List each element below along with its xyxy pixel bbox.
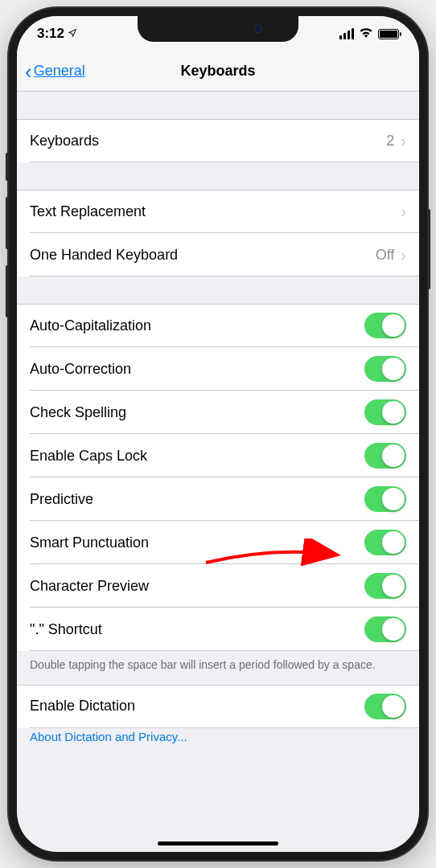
cell-label: Auto-Correction	[30, 361, 131, 378]
character-preview-toggle[interactable]	[364, 573, 406, 599]
navigation-bar: ‹ General Keyboards	[17, 51, 419, 92]
predictive-toggle[interactable]	[364, 486, 406, 512]
smart-punctuation-toggle[interactable]	[364, 530, 406, 555]
cell-label: Check Spelling	[30, 404, 126, 421]
battery-icon	[378, 29, 399, 39]
enable-dictation-row: Enable Dictation	[17, 685, 419, 728]
back-label: General	[34, 63, 85, 80]
enable-caps-lock-toggle[interactable]	[364, 443, 406, 469]
keyboards-row[interactable]: Keyboards 2 ›	[17, 119, 419, 162]
chevron-right-icon: ›	[401, 246, 406, 264]
smart-punctuation-row: Smart Punctuation	[17, 521, 419, 564]
cell-label: Text Replacement	[30, 203, 146, 220]
settings-content[interactable]: Keyboards 2 › Text Replacement › One Han…	[17, 92, 419, 852]
check-spelling-row: Check Spelling	[17, 391, 419, 434]
cellular-signal-icon	[339, 28, 354, 39]
enable-dictation-toggle[interactable]	[364, 694, 406, 719]
page-title: Keyboards	[180, 63, 255, 80]
auto-correction-toggle[interactable]	[364, 356, 406, 382]
auto-capitalization-row: Auto-Capitalization	[17, 304, 419, 347]
period-shortcut-toggle[interactable]	[364, 616, 406, 642]
shortcut-footer-text: Double tapping the space bar will insert…	[17, 651, 419, 685]
phone-frame: 3:12 ‹ General K	[9, 8, 427, 860]
auto-capitalization-toggle[interactable]	[364, 313, 406, 338]
chevron-right-icon: ›	[401, 132, 406, 150]
location-icon	[68, 28, 77, 40]
keyboards-count: 2	[386, 133, 394, 149]
status-time: 3:12	[37, 26, 64, 42]
back-button[interactable]: ‹ General	[25, 61, 85, 82]
cell-label: "." Shortcut	[30, 621, 102, 638]
cell-label: Predictive	[30, 491, 93, 508]
home-indicator[interactable]	[158, 841, 278, 845]
cell-label: Auto-Capitalization	[30, 317, 151, 334]
dictation-privacy-link[interactable]: About Dictation and Privacy...	[17, 728, 419, 745]
cell-label: One Handed Keyboard	[30, 247, 178, 264]
notch	[138, 16, 298, 42]
cell-label: Smart Punctuation	[30, 534, 149, 551]
cell-label: Enable Dictation	[30, 698, 135, 714]
predictive-row: Predictive	[17, 477, 419, 521]
cell-label: Keyboards	[30, 133, 99, 149]
character-preview-row: Character Preview	[17, 564, 419, 608]
enable-caps-lock-row: Enable Caps Lock	[17, 434, 419, 477]
wifi-icon	[359, 27, 373, 41]
period-shortcut-row: "." Shortcut	[17, 608, 419, 651]
one-handed-keyboard-row[interactable]: One Handed Keyboard Off ›	[17, 233, 419, 276]
chevron-right-icon: ›	[401, 203, 406, 221]
cell-label: Enable Caps Lock	[30, 448, 147, 465]
screen: 3:12 ‹ General K	[17, 16, 419, 852]
one-handed-value: Off	[376, 247, 395, 264]
check-spelling-toggle[interactable]	[364, 399, 406, 425]
auto-correction-row: Auto-Correction	[17, 347, 419, 391]
text-replacement-row[interactable]: Text Replacement ›	[17, 190, 419, 233]
cell-label: Character Preview	[30, 578, 149, 595]
chevron-left-icon: ‹	[25, 61, 32, 82]
